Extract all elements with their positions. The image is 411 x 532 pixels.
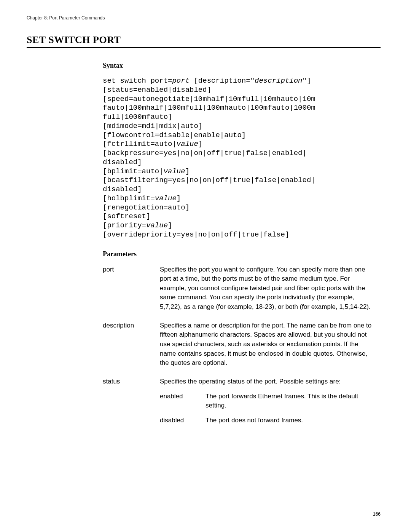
chapter-header: Chapter 8: Port Parameter Commands (27, 15, 381, 21)
syntax-line: [softreset] (103, 212, 373, 221)
param-desc: Specifies a name or description for the … (160, 321, 373, 368)
page-title: SET SWITCH PORT (27, 34, 381, 48)
syntax-line: [bcastfiltering=yes|no|on|off|true|false… (103, 176, 373, 185)
param-sub-name: enabled (160, 392, 206, 411)
syntax-heading: Syntax (103, 62, 373, 70)
page-number: 166 (373, 511, 381, 517)
param-name: description (103, 321, 160, 368)
syntax-line: [priority=value] (103, 221, 373, 230)
syntax-italic: value (164, 167, 185, 176)
syntax-line: [bplimit=auto|value] (103, 167, 373, 176)
syntax-line: [holbplimit=value] (103, 194, 373, 203)
param-sub-desc: The port does not forward frames. (206, 416, 373, 425)
param-row: portSpecifies the port you want to confi… (103, 265, 373, 312)
param-row: statusSpecifies the operating status of … (103, 377, 373, 425)
param-name: status (103, 377, 160, 425)
syntax-block: set switch port=port [description="descr… (103, 77, 373, 240)
syntax-line: [backpressure=yes|no|on|off|true|false|e… (103, 149, 373, 158)
syntax-line: [mdimode=mdi|mdix|auto] (103, 122, 373, 131)
syntax-line: [renegotiation=auto] (103, 203, 373, 212)
syntax-italic: description (255, 77, 302, 85)
syntax-line: full|1000mfauto] (103, 113, 373, 122)
param-sub-row: enabledThe port forwards Ethernet frames… (160, 392, 373, 411)
syntax-line: set switch port=port [description="descr… (103, 77, 373, 86)
page: Chapter 8: Port Parameter Commands SET S… (0, 0, 411, 532)
syntax-italic: value (155, 194, 177, 203)
syntax-italic: value (177, 140, 198, 148)
param-desc-text: Specifies the port you want to configure… (160, 265, 373, 312)
syntax-line: disabled] (103, 158, 373, 167)
param-desc: Specifies the port you want to configure… (160, 265, 373, 312)
param-sub-name: disabled (160, 416, 206, 425)
param-sub-row: disabledThe port does not forward frames… (160, 416, 373, 425)
syntax-italic: port (172, 77, 190, 85)
syntax-line: [flowcontrol=disable|enable|auto] (103, 131, 373, 140)
syntax-italic: value (146, 221, 168, 230)
param-name: port (103, 265, 160, 312)
syntax-line: [overridepriority=yes|no|on|off|true|fal… (103, 230, 373, 240)
param-sub-desc: The port forwards Ethernet frames. This … (206, 392, 373, 411)
param-desc-text: Specifies a name or description for the … (160, 321, 373, 368)
content-area: Syntax set switch port=port [description… (103, 62, 381, 425)
syntax-line: [status=enabled|disabled] (103, 86, 373, 95)
syntax-line: [speed=autonegotiate|10mhalf|10mfull|10m… (103, 95, 373, 104)
syntax-line: fauto|100mhalf|100mfull|100mhauto|100mfa… (103, 104, 373, 113)
param-row: descriptionSpecifies a name or descripti… (103, 321, 373, 368)
parameters-heading: Parameters (103, 250, 373, 258)
param-desc: Specifies the operating status of the po… (160, 377, 373, 425)
parameters-table: portSpecifies the port you want to confi… (103, 265, 373, 425)
syntax-line: disabled] (103, 185, 373, 194)
param-desc-text: Specifies the operating status of the po… (160, 377, 373, 387)
syntax-line: [fctrllimit=auto|value] (103, 140, 373, 149)
